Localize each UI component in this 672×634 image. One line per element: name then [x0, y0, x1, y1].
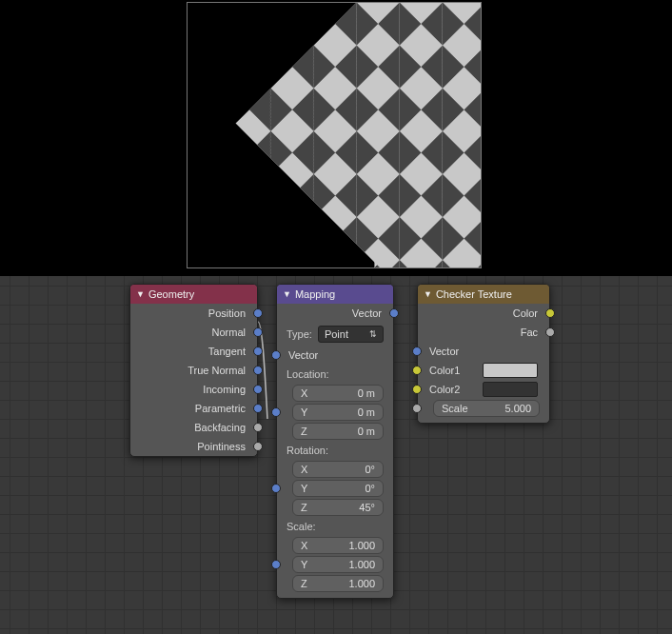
- viewport-3d[interactable]: [0, 0, 672, 276]
- socket-true-normal[interactable]: True Normal: [130, 361, 257, 380]
- checker-rot45-preview: [374, 5, 482, 268]
- socket-checker-fac-out[interactable]: Fac: [418, 323, 549, 342]
- location-label: Location:: [277, 365, 393, 384]
- node-editor[interactable]: ▼ Geometry Position Normal Tangent True …: [0, 276, 672, 634]
- mapping-type-dropdown[interactable]: Point ⇅: [318, 326, 384, 343]
- socket-incoming[interactable]: Incoming: [130, 380, 257, 399]
- location-z[interactable]: Z0 m: [292, 423, 384, 440]
- socket-pointiness[interactable]: Pointiness: [130, 437, 257, 456]
- rotation-label: Rotation:: [277, 441, 393, 460]
- socket-mapping-vector-in[interactable]: Vector: [277, 346, 393, 365]
- checker-scale-field[interactable]: Scale 5.000: [433, 400, 540, 417]
- socket-checker-color2[interactable]: Color2: [418, 380, 549, 399]
- rotation-z[interactable]: Z45°: [292, 499, 384, 516]
- color2-swatch[interactable]: [483, 382, 538, 397]
- collapse-icon[interactable]: ▼: [424, 285, 432, 304]
- socket-checker-vector-in[interactable]: Vector: [418, 342, 549, 361]
- color1-swatch[interactable]: [483, 363, 538, 378]
- node-geometry[interactable]: ▼ Geometry Position Normal Tangent True …: [129, 284, 258, 457]
- scale-y[interactable]: Y1.000: [292, 556, 384, 573]
- rotation-y[interactable]: Y0°: [292, 480, 384, 497]
- socket-parametric[interactable]: Parametric: [130, 399, 257, 418]
- node-header-mapping[interactable]: ▼ Mapping: [277, 285, 393, 304]
- node-mapping[interactable]: ▼ Mapping Vector Type: Point ⇅ Vector Lo…: [276, 284, 394, 599]
- chevron-updown-icon: ⇅: [369, 329, 377, 339]
- location-x[interactable]: X0 m: [292, 385, 384, 402]
- socket-tangent[interactable]: Tangent: [130, 342, 257, 361]
- node-header-checker[interactable]: ▼ Checker Texture: [418, 285, 549, 304]
- scale-label: Scale:: [277, 517, 393, 536]
- material-preview: [187, 2, 482, 268]
- mapping-type-row: Type: Point ⇅: [277, 323, 393, 346]
- socket-checker-color1[interactable]: Color1: [418, 361, 549, 380]
- node-checker-texture[interactable]: ▼ Checker Texture Color Fac Vector Color…: [417, 284, 550, 424]
- scale-x[interactable]: X1.000: [292, 537, 384, 554]
- socket-mapping-vector-out[interactable]: Vector: [277, 304, 393, 323]
- rotation-x[interactable]: X0°: [292, 461, 384, 478]
- node-header-geometry[interactable]: ▼ Geometry: [130, 285, 257, 304]
- dropdown-value: Point: [325, 328, 348, 340]
- socket-normal[interactable]: Normal: [130, 323, 257, 342]
- socket-backfacing[interactable]: Backfacing: [130, 418, 257, 437]
- socket-checker-color-out[interactable]: Color: [418, 304, 549, 323]
- node-title: Mapping: [295, 285, 335, 304]
- location-y[interactable]: Y0 m: [292, 404, 384, 421]
- type-label: Type:: [287, 328, 312, 340]
- collapse-icon[interactable]: ▼: [136, 285, 145, 304]
- scale-z[interactable]: Z1.000: [292, 575, 384, 592]
- socket-position[interactable]: Position: [130, 304, 257, 323]
- collapse-icon[interactable]: ▼: [283, 285, 291, 304]
- node-title: Checker Texture: [436, 285, 512, 304]
- node-title: Geometry: [148, 285, 194, 304]
